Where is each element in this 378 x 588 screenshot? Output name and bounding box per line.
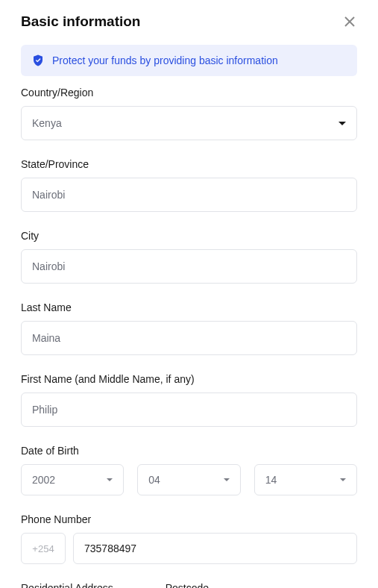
chevron-down-icon [107, 478, 113, 481]
address-postcode-row: Residential Address Postcode [21, 582, 357, 588]
dob-month-select[interactable]: 04 [137, 464, 240, 495]
dob-label: Date of Birth [21, 445, 357, 457]
phone-field: Phone Number +254 735788497 [21, 513, 357, 564]
address-label: Residential Address [21, 582, 113, 588]
phone-country-code[interactable]: +254 [21, 533, 66, 564]
phone-value: 735788497 [84, 542, 136, 554]
lastname-value: Maina [32, 332, 60, 344]
state-field: State/Province Nairobi [21, 158, 357, 212]
city-input[interactable]: Nairobi [21, 249, 357, 284]
info-notice: Protect your funds by providing basic in… [21, 45, 357, 76]
dob-day-select[interactable]: 14 [254, 464, 357, 495]
dob-year-value: 2002 [32, 474, 55, 486]
lastname-input[interactable]: Maina [21, 321, 357, 355]
dob-day-value: 14 [265, 474, 277, 486]
notice-text: Protect your funds by providing basic in… [52, 54, 278, 66]
modal-header: Basic information [21, 13, 357, 30]
firstname-value: Philip [32, 404, 57, 416]
phone-input[interactable]: 735788497 [73, 533, 357, 564]
close-icon [344, 16, 356, 28]
lastname-field: Last Name Maina [21, 301, 357, 355]
firstname-field: First Name (and Middle Name, if any) Phi… [21, 373, 357, 427]
state-value: Nairobi [32, 189, 65, 201]
chevron-down-icon [338, 122, 346, 125]
phone-code-value: +254 [32, 543, 54, 554]
phone-label: Phone Number [21, 513, 357, 525]
city-label: City [21, 230, 357, 242]
city-value: Nairobi [32, 260, 65, 272]
country-label: Country/Region [21, 87, 357, 98]
shield-icon [31, 54, 45, 67]
chevron-down-icon [224, 478, 230, 481]
firstname-label: First Name (and Middle Name, if any) [21, 373, 357, 385]
page-title: Basic information [21, 13, 140, 30]
dob-month-value: 04 [148, 474, 160, 486]
postcode-label: Postcode [166, 582, 209, 588]
country-field: Country/Region Kenya [21, 87, 357, 140]
dob-year-select[interactable]: 2002 [21, 464, 124, 495]
firstname-input[interactable]: Philip [21, 392, 357, 427]
dob-field: Date of Birth 2002 04 14 [21, 445, 357, 495]
close-button[interactable] [342, 14, 357, 29]
chevron-down-icon [340, 478, 346, 481]
state-label: State/Province [21, 158, 357, 170]
state-input[interactable]: Nairobi [21, 178, 357, 212]
country-select[interactable]: Kenya [21, 106, 357, 140]
country-value: Kenya [32, 117, 62, 129]
lastname-label: Last Name [21, 301, 357, 313]
city-field: City Nairobi [21, 230, 357, 284]
